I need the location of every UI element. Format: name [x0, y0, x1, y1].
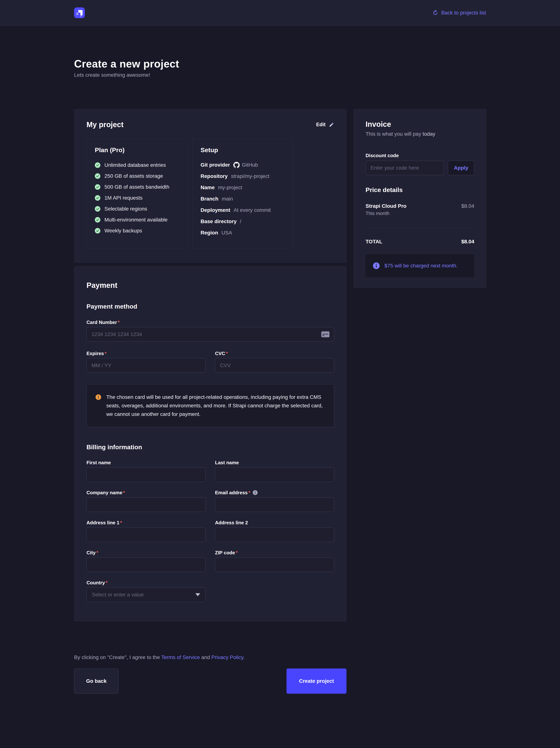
plan-feature-label: Unlimited database entries: [104, 162, 166, 168]
top-bar: Back to projects list: [0, 0, 560, 26]
check-circle-icon: [95, 217, 100, 223]
payment-title: Payment: [87, 281, 334, 289]
required-asterisk: *: [105, 351, 106, 356]
setup-title: Setup: [200, 146, 285, 154]
plan-feature-item: 1M API requests: [95, 195, 179, 201]
country-field: Country* Select or enter a value: [87, 580, 205, 602]
expires-label: Expires*: [87, 350, 205, 356]
plan-feature-item: Unlimited database entries: [95, 162, 179, 168]
first-name-input[interactable]: [87, 467, 205, 482]
check-circle-icon: [95, 162, 100, 168]
create-project-button[interactable]: Create project: [287, 669, 346, 694]
next-month-notice-text: $75 will be charged next month.: [385, 263, 458, 269]
setup-row-deployment: Deployment At every commit: [200, 207, 285, 213]
strapi-logo[interactable]: [74, 7, 85, 18]
check-circle-icon: [95, 184, 100, 190]
total-amount: $8.04: [461, 239, 474, 244]
next-month-notice: $75 will be charged next month.: [366, 254, 474, 277]
plan-feature-item: 500 GB of assets bandwidth: [95, 184, 179, 190]
cvc-field: CVC*: [215, 350, 334, 373]
price-item-period: This month: [366, 211, 474, 216]
price-item-name: Strapi Cloud Pro: [366, 203, 407, 209]
expires-field: Expires*: [87, 350, 205, 373]
my-project-title: My project: [87, 120, 123, 129]
edit-button-label: Edit: [316, 122, 325, 127]
address-line-1-input[interactable]: [87, 528, 205, 542]
email-address-field: Email address*: [215, 490, 334, 512]
plan-feature-item: Weekly backups: [95, 228, 179, 234]
last-name-input[interactable]: [215, 467, 334, 482]
invoice-panel: Invoice This is what you will pay today …: [354, 109, 486, 288]
city-field: City*: [87, 550, 205, 572]
plan-title: Plan (Pro): [95, 146, 179, 154]
address-line-2-field: Address line 2: [215, 520, 334, 542]
footer-actions: Go back Create project: [74, 669, 346, 694]
terms-text: By clicking on "Create", I agree to the …: [74, 654, 346, 660]
setup-value: /: [240, 218, 242, 225]
required-asterisk: *: [106, 580, 107, 585]
warning-icon: [96, 394, 101, 400]
zip-code-input[interactable]: [215, 558, 334, 572]
go-back-button[interactable]: Go back: [74, 669, 119, 694]
info-icon[interactable]: [253, 490, 258, 495]
privacy-policy-link[interactable]: Privacy Policy: [212, 654, 243, 660]
city-label: City*: [87, 550, 205, 556]
card-usage-notice-text: The chosen card will be used for all pro…: [106, 393, 325, 419]
plan-feature-label: Selectable regions: [104, 206, 147, 212]
setup-value: strapi/my-project: [231, 173, 269, 180]
return-arrow-icon: [432, 10, 438, 16]
expires-input[interactable]: [87, 358, 205, 373]
terms-of-service-link[interactable]: Terms of Service: [161, 654, 200, 660]
country-select-placeholder: Select or enter a value: [92, 592, 144, 598]
card-number-input[interactable]: [87, 327, 334, 342]
address-line-2-label: Address line 2: [215, 520, 334, 525]
company-name-field: Company name*: [87, 490, 205, 512]
plan-feature-label: 1M API requests: [104, 195, 142, 201]
plan-feature-item: Selectable regions: [95, 206, 179, 212]
apply-button[interactable]: Apply: [448, 161, 474, 175]
city-input[interactable]: [87, 558, 205, 572]
setup-label: Git provider: [200, 162, 230, 168]
email-address-input[interactable]: [215, 497, 334, 512]
setup-label: Branch: [200, 196, 218, 202]
company-name-label: Company name*: [87, 490, 205, 496]
strapi-logo-icon: [74, 7, 85, 18]
required-asterisk: *: [118, 320, 120, 325]
setup-row-branch: Branch main: [200, 196, 285, 202]
country-select[interactable]: Select or enter a value: [87, 587, 205, 602]
setup-label: Base directory: [200, 218, 237, 225]
edit-button[interactable]: Edit: [316, 122, 334, 127]
setup-rows: Git provider GitHub Repository strapi/my…: [200, 162, 285, 236]
back-link-label: Back to projects list: [441, 10, 486, 16]
required-asterisk: *: [123, 490, 125, 495]
plan-box: Plan (Pro) Unlimited database entries 25…: [87, 139, 188, 249]
address-line-2-input[interactable]: [215, 528, 334, 542]
card-number-field: Card Number*: [87, 319, 334, 342]
setup-value: main: [222, 196, 233, 202]
plan-feature-label: Weekly backups: [104, 228, 142, 234]
invoice-title: Invoice: [366, 120, 474, 128]
credit-card-icon: [321, 331, 330, 337]
card-usage-notice: The chosen card will be used for all pro…: [87, 384, 334, 427]
discount-code-input[interactable]: [366, 161, 444, 175]
setup-box: Setup Git provider GitHub Repository: [192, 139, 293, 249]
setup-label: Region: [200, 230, 218, 236]
company-name-input[interactable]: [87, 497, 205, 512]
chevron-down-icon: [195, 593, 200, 596]
plan-feature-item: Multi-environment available: [95, 217, 179, 223]
cvc-input[interactable]: [215, 358, 334, 373]
setup-label: Repository: [200, 173, 227, 180]
setup-row-name: Name my-project: [200, 184, 285, 191]
info-icon: [373, 262, 380, 269]
left-column: My project Edit Plan (Pro): [74, 109, 346, 694]
country-label: Country*: [87, 580, 205, 586]
back-to-projects-link[interactable]: Back to projects list: [432, 10, 486, 16]
zip-code-label: ZIP code*: [215, 550, 334, 556]
zip-code-field: ZIP code*: [215, 550, 334, 572]
github-icon: [233, 162, 240, 168]
page-title: Create a new project: [74, 57, 486, 70]
plan-feature-label: 500 GB of assets bandwidth: [104, 184, 169, 190]
billing-information-title: Billing information: [87, 444, 334, 451]
email-address-label: Email address*: [215, 490, 334, 496]
page-subtitle: Lets create something awesome!: [74, 72, 486, 78]
